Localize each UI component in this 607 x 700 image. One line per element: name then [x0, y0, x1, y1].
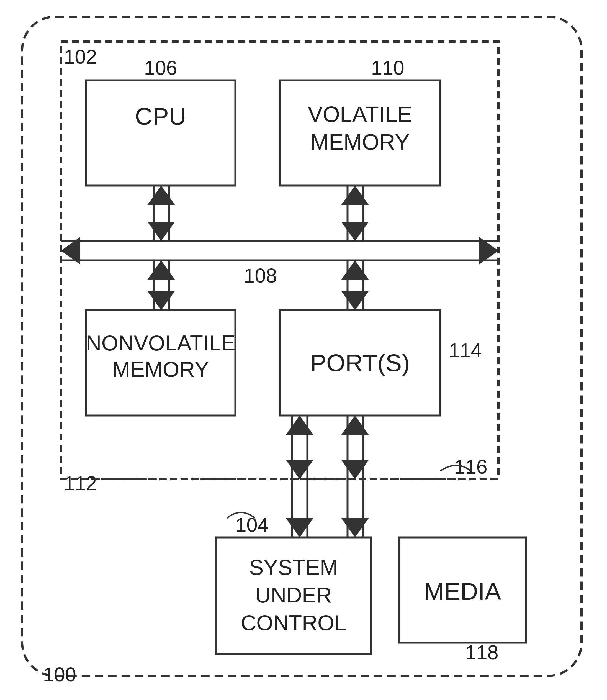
svg-marker-41: [341, 518, 369, 537]
svg-marker-19: [147, 291, 175, 310]
diagram: 100 102 CPU 106 VOLATILE MEMORY 110 108: [0, 0, 607, 700]
svg-marker-23: [341, 291, 369, 310]
svg-marker-14: [341, 186, 369, 205]
svg-marker-10: [147, 186, 175, 205]
svg-marker-11: [147, 222, 175, 241]
label-110: 110: [371, 57, 404, 79]
suc-label-1: SYSTEM: [249, 555, 338, 579]
svg-marker-22: [341, 261, 369, 280]
label-116: 116: [454, 456, 487, 478]
svg-marker-30: [286, 460, 313, 479]
label-102: 102: [64, 46, 97, 68]
nonvolatile-label-1: NONVOLATILE: [86, 331, 235, 355]
label-104: 104: [235, 514, 269, 536]
label-112: 112: [64, 472, 97, 494]
svg-marker-15: [341, 222, 369, 241]
svg-marker-35: [341, 460, 369, 479]
label-118: 118: [465, 641, 499, 663]
ports-label: PORT(S): [310, 349, 410, 376]
nonvolatile-label-2: MEMORY: [112, 357, 209, 382]
svg-marker-33: [341, 415, 369, 435]
suc-label-2: UNDER: [255, 583, 332, 607]
media-label: MEDIA: [424, 578, 501, 605]
volatile-label-2: MEMORY: [310, 130, 410, 154]
volatile-label-1: VOLATILE: [308, 102, 412, 127]
label-114: 114: [448, 339, 482, 362]
svg-marker-29: [286, 415, 313, 435]
svg-rect-2: [86, 80, 235, 186]
svg-marker-38: [286, 518, 313, 537]
label-106: 106: [144, 57, 177, 79]
label-108: 108: [244, 265, 277, 287]
suc-label-3: CONTROL: [240, 611, 346, 635]
label-100: 100: [43, 663, 76, 685]
cpu-label: CPU: [135, 103, 186, 130]
svg-marker-18: [147, 261, 175, 280]
